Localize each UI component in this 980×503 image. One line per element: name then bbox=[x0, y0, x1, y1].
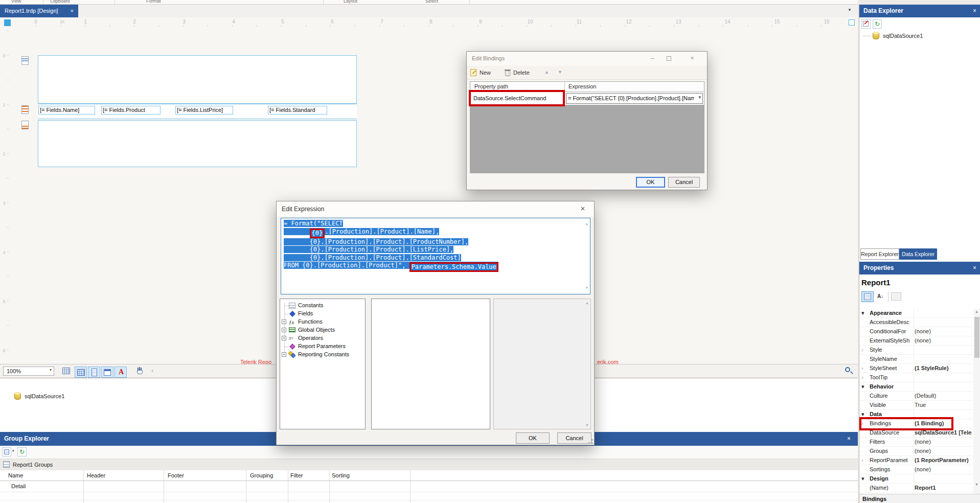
dialog-titlebar[interactable]: Edit Bindings – × bbox=[467, 52, 707, 66]
groups-root-item[interactable]: Report1 Groups bbox=[13, 462, 53, 468]
close-icon[interactable]: × bbox=[973, 262, 976, 275]
tree-item-operators[interactable]: + ±= Operators bbox=[280, 334, 362, 342]
show-page-layout-button[interactable] bbox=[88, 367, 100, 378]
scroll-up-icon[interactable]: ▲ bbox=[585, 301, 589, 305]
scroll-down-icon[interactable]: ▼ bbox=[975, 483, 978, 486]
expand-icon[interactable]: + bbox=[282, 336, 286, 340]
resize-grip[interactable] bbox=[588, 439, 593, 444]
group-col-header: Sorting bbox=[332, 472, 350, 478]
alphabetical-sort-button[interactable]: A↓ bbox=[875, 291, 886, 302]
property-row[interactable]: ›ToolTip bbox=[859, 373, 973, 382]
edit-datasource-icon[interactable] bbox=[861, 19, 871, 29]
dropdown-icon[interactable]: ▾ bbox=[698, 95, 701, 100]
ruler-mark: 7 bbox=[374, 19, 390, 25]
textbox-list-price[interactable]: [= Fields.ListPrice] bbox=[175, 106, 233, 115]
font-preview-button[interactable]: A bbox=[115, 367, 127, 378]
scroll-up-icon[interactable]: ▲ bbox=[975, 310, 978, 313]
document-tab[interactable]: Report1.trdp [Design] × bbox=[0, 5, 78, 17]
maximize-icon[interactable] bbox=[667, 56, 671, 61]
tree-item-report-parameters[interactable]: Report Parameters bbox=[280, 342, 362, 351]
delete-binding-button[interactable]: Delete bbox=[505, 68, 536, 78]
expand-icon[interactable]: + bbox=[282, 319, 286, 324]
category-behavior[interactable]: ▾Behavior bbox=[859, 382, 973, 392]
tab-overflow-icon[interactable]: ▼ bbox=[848, 8, 852, 12]
categorized-view-button[interactable] bbox=[861, 291, 874, 302]
page-footer-section[interactable] bbox=[38, 120, 357, 167]
property-pages-button[interactable] bbox=[891, 292, 901, 301]
expand-icon[interactable]: + bbox=[282, 352, 286, 357]
refresh-icon[interactable]: ↻ bbox=[873, 19, 882, 29]
textbox-product-number[interactable]: [= Fields.Product bbox=[101, 106, 161, 115]
tab-data-explorer[interactable]: Data Explorer bbox=[899, 248, 937, 260]
new-binding-button[interactable]: New bbox=[470, 68, 499, 78]
tree-item-global-objects[interactable]: + Global Objects bbox=[280, 326, 362, 334]
property-row[interactable]: ›ReportParamet(1 ReportParameter) bbox=[859, 456, 973, 465]
detail-section-icon[interactable] bbox=[21, 105, 29, 114]
refresh-icon[interactable]: ↻ bbox=[17, 447, 27, 456]
expression-tree-panel[interactable]: Constants Fields + ƒx Functions + Global… bbox=[280, 299, 366, 429]
data-explorer-tree-item[interactable]: sqlDataSource1 bbox=[883, 33, 923, 39]
property-row[interactable]: StyleName bbox=[859, 355, 973, 364]
cancel-button[interactable]: Cancel bbox=[557, 432, 591, 444]
dropdown-icon[interactable]: ▾ bbox=[12, 449, 14, 453]
tree-item-functions[interactable]: + ƒx Functions bbox=[280, 318, 362, 326]
tree-item-constants[interactable]: Constants bbox=[280, 302, 362, 310]
move-up-icon[interactable]: ▲ bbox=[544, 70, 549, 75]
category-appearance[interactable]: ▾Appearance bbox=[859, 309, 973, 318]
group-view-button[interactable] bbox=[2, 447, 11, 456]
expression-editor[interactable]: = Format("SELECT {0}.[Production].[Produ… bbox=[281, 218, 590, 294]
page-header-section[interactable] bbox=[38, 55, 357, 104]
property-row[interactable]: ExternalStyleSh(none) bbox=[859, 336, 973, 346]
property-row[interactable]: ›StyleSheet(1 StyleRule) bbox=[859, 364, 973, 373]
property-row[interactable]: Sortings(none) bbox=[859, 465, 973, 474]
tab-report-explorer[interactable]: Report Explorer bbox=[860, 248, 899, 260]
close-icon[interactable]: × bbox=[572, 201, 594, 217]
property-row[interactable]: (Name)Report1 bbox=[859, 484, 973, 493]
page-header-section-icon[interactable] bbox=[21, 56, 29, 65]
zoom-level-combo[interactable]: 100% ▾ bbox=[3, 367, 54, 376]
scroll-left-icon[interactable]: ‹ bbox=[151, 367, 153, 374]
textbox-name[interactable]: [= Fields.Name] bbox=[38, 106, 95, 115]
property-row[interactable]: Culture(Default) bbox=[859, 392, 973, 401]
ok-button[interactable]: OK bbox=[636, 177, 665, 188]
properties-scrollbar[interactable]: ▲ ▼ bbox=[973, 309, 980, 494]
close-icon[interactable]: × bbox=[847, 432, 851, 446]
property-row[interactable]: Groups(none) bbox=[859, 447, 973, 456]
datasource-item[interactable]: sqlDataSource1 bbox=[25, 393, 64, 399]
category-design[interactable]: ▾Design bbox=[859, 474, 973, 484]
scroll-up-icon[interactable]: ▲ bbox=[586, 220, 588, 228]
binding-expression-combo[interactable]: = Format("SELECT {0}.[Production].[Produ… bbox=[566, 93, 703, 104]
property-row[interactable]: AccessibleDesc bbox=[859, 318, 973, 327]
move-down-icon[interactable]: ▼ bbox=[558, 70, 562, 75]
close-icon[interactable]: × bbox=[683, 52, 701, 66]
scroll-down-icon[interactable]: ▼ bbox=[585, 423, 589, 427]
group-table: Name Header Footer Grouping Filter Sorti… bbox=[0, 470, 858, 503]
textbox-standard-cost[interactable]: [= Fields.Standard bbox=[268, 106, 327, 115]
dialog-titlebar[interactable]: Edit Expression × bbox=[277, 201, 594, 217]
close-icon[interactable]: × bbox=[973, 5, 976, 17]
pan-hand-button[interactable] bbox=[134, 365, 146, 377]
global-objects-icon bbox=[289, 327, 295, 332]
show-rulers-button[interactable] bbox=[101, 367, 113, 378]
cancel-button[interactable]: Cancel bbox=[668, 177, 700, 188]
expand-icon[interactable]: + bbox=[282, 328, 286, 332]
group-row-detail[interactable]: Detail bbox=[11, 483, 26, 489]
expression-members-panel[interactable] bbox=[371, 299, 490, 429]
tree-item-fields[interactable]: Fields bbox=[280, 310, 362, 318]
property-row[interactable]: ConditionalFor(none) bbox=[859, 327, 973, 336]
property-row[interactable]: VisibleTrue bbox=[859, 401, 973, 410]
page-footer-section-icon[interactable] bbox=[21, 121, 29, 129]
ruler-mark: 12 bbox=[621, 19, 636, 25]
property-row[interactable]: Filters(none) bbox=[859, 438, 973, 447]
report-parameters-icon bbox=[289, 344, 295, 350]
canvas-corner-icon[interactable] bbox=[849, 19, 855, 26]
show-grid-button[interactable] bbox=[60, 365, 73, 377]
tab-close-icon[interactable]: × bbox=[71, 5, 74, 17]
magnifier-icon[interactable] bbox=[845, 367, 854, 376]
snap-to-grid-button[interactable] bbox=[75, 367, 87, 378]
tree-item-reporting-constants[interactable]: + Reporting Constants bbox=[280, 351, 362, 359]
ok-button[interactable]: OK bbox=[516, 432, 550, 444]
scroll-down-icon[interactable]: ▼ bbox=[586, 284, 588, 292]
minimize-icon[interactable]: – bbox=[645, 52, 660, 66]
property-row[interactable]: ›Style bbox=[859, 346, 973, 355]
